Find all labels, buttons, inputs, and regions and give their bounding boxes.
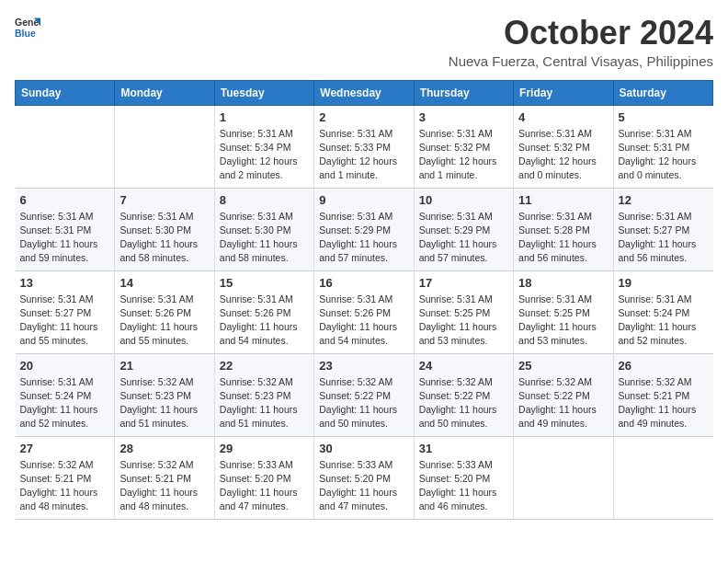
col-header-monday: Monday xyxy=(115,80,214,105)
day-cell: 1Sunrise: 5:31 AM Sunset: 5:34 PM Daylig… xyxy=(214,105,313,188)
day-info: Sunrise: 5:32 AM Sunset: 5:23 PM Dayligh… xyxy=(220,375,309,431)
day-number: 30 xyxy=(319,442,408,455)
header: General Blue October 2024 Nueva Fuerza, … xyxy=(15,15,713,69)
week-row-3: 13Sunrise: 5:31 AM Sunset: 5:27 PM Dayli… xyxy=(16,270,713,353)
day-number: 5 xyxy=(619,110,709,124)
day-cell: 11Sunrise: 5:31 AM Sunset: 5:28 PM Dayli… xyxy=(514,188,613,270)
day-number: 3 xyxy=(419,110,508,124)
week-row-1: 1Sunrise: 5:31 AM Sunset: 5:34 PM Daylig… xyxy=(16,105,713,188)
day-info: Sunrise: 5:32 AM Sunset: 5:21 PM Dayligh… xyxy=(20,458,110,514)
day-number: 17 xyxy=(419,276,508,290)
day-number: 14 xyxy=(119,276,209,290)
day-info: Sunrise: 5:31 AM Sunset: 5:31 PM Dayligh… xyxy=(619,127,709,183)
day-number: 25 xyxy=(518,359,608,373)
day-info: Sunrise: 5:31 AM Sunset: 5:30 PM Dayligh… xyxy=(119,210,209,266)
day-info: Sunrise: 5:31 AM Sunset: 5:28 PM Dayligh… xyxy=(518,210,608,266)
day-info: Sunrise: 5:32 AM Sunset: 5:22 PM Dayligh… xyxy=(419,375,508,431)
day-cell xyxy=(613,436,712,519)
day-cell: 29Sunrise: 5:33 AM Sunset: 5:20 PM Dayli… xyxy=(214,436,313,519)
calendar-subtitle: Nueva Fuerza, Central Visayas, Philippin… xyxy=(449,53,713,69)
day-number: 15 xyxy=(220,276,309,290)
day-number: 2 xyxy=(319,110,408,124)
day-cell: 19Sunrise: 5:31 AM Sunset: 5:24 PM Dayli… xyxy=(613,270,712,353)
day-cell xyxy=(514,436,613,519)
day-info: Sunrise: 5:31 AM Sunset: 5:29 PM Dayligh… xyxy=(419,210,508,266)
day-info: Sunrise: 5:31 AM Sunset: 5:24 PM Dayligh… xyxy=(619,293,709,349)
day-info: Sunrise: 5:33 AM Sunset: 5:20 PM Dayligh… xyxy=(220,458,309,514)
day-info: Sunrise: 5:31 AM Sunset: 5:26 PM Dayligh… xyxy=(319,293,408,349)
day-cell: 22Sunrise: 5:32 AM Sunset: 5:23 PM Dayli… xyxy=(214,353,313,436)
day-cell: 24Sunrise: 5:32 AM Sunset: 5:22 PM Dayli… xyxy=(414,353,513,436)
week-row-4: 20Sunrise: 5:31 AM Sunset: 5:24 PM Dayli… xyxy=(16,353,713,436)
day-info: Sunrise: 5:32 AM Sunset: 5:22 PM Dayligh… xyxy=(319,375,408,431)
day-cell: 26Sunrise: 5:32 AM Sunset: 5:21 PM Dayli… xyxy=(613,353,712,436)
week-row-5: 27Sunrise: 5:32 AM Sunset: 5:21 PM Dayli… xyxy=(16,436,713,519)
title-area: October 2024 Nueva Fuerza, Central Visay… xyxy=(449,15,713,69)
day-number: 29 xyxy=(220,442,309,455)
col-header-tuesday: Tuesday xyxy=(214,80,313,105)
day-cell: 25Sunrise: 5:32 AM Sunset: 5:22 PM Dayli… xyxy=(514,353,613,436)
day-number: 19 xyxy=(619,276,709,290)
day-cell: 10Sunrise: 5:31 AM Sunset: 5:29 PM Dayli… xyxy=(414,188,513,270)
day-number: 1 xyxy=(220,110,309,124)
day-info: Sunrise: 5:31 AM Sunset: 5:29 PM Dayligh… xyxy=(319,210,408,266)
day-cell: 31Sunrise: 5:33 AM Sunset: 5:20 PM Dayli… xyxy=(414,436,513,519)
day-cell: 18Sunrise: 5:31 AM Sunset: 5:25 PM Dayli… xyxy=(514,270,613,353)
day-number: 11 xyxy=(518,193,608,207)
day-number: 28 xyxy=(119,442,209,455)
day-cell: 8Sunrise: 5:31 AM Sunset: 5:30 PM Daylig… xyxy=(214,188,313,270)
day-cell: 6Sunrise: 5:31 AM Sunset: 5:31 PM Daylig… xyxy=(16,188,115,270)
day-cell xyxy=(115,105,214,188)
day-cell: 28Sunrise: 5:32 AM Sunset: 5:21 PM Dayli… xyxy=(115,436,214,519)
calendar-title: October 2024 xyxy=(449,15,713,52)
day-info: Sunrise: 5:32 AM Sunset: 5:22 PM Dayligh… xyxy=(518,375,608,431)
day-info: Sunrise: 5:31 AM Sunset: 5:33 PM Dayligh… xyxy=(319,127,408,183)
day-info: Sunrise: 5:31 AM Sunset: 5:26 PM Dayligh… xyxy=(220,293,309,349)
day-cell: 12Sunrise: 5:31 AM Sunset: 5:27 PM Dayli… xyxy=(613,188,712,270)
day-cell: 27Sunrise: 5:32 AM Sunset: 5:21 PM Dayli… xyxy=(16,436,115,519)
day-number: 13 xyxy=(20,276,110,290)
day-number: 6 xyxy=(20,193,110,207)
day-info: Sunrise: 5:31 AM Sunset: 5:34 PM Dayligh… xyxy=(220,127,309,183)
day-cell: 3Sunrise: 5:31 AM Sunset: 5:32 PM Daylig… xyxy=(414,105,513,188)
day-number: 10 xyxy=(419,193,508,207)
col-header-sunday: Sunday xyxy=(16,80,115,105)
day-number: 12 xyxy=(619,193,709,207)
day-info: Sunrise: 5:31 AM Sunset: 5:27 PM Dayligh… xyxy=(20,293,110,349)
day-info: Sunrise: 5:32 AM Sunset: 5:21 PM Dayligh… xyxy=(619,375,709,431)
day-info: Sunrise: 5:31 AM Sunset: 5:31 PM Dayligh… xyxy=(20,210,110,266)
header-row: SundayMondayTuesdayWednesdayThursdayFrid… xyxy=(16,80,713,105)
day-cell: 20Sunrise: 5:31 AM Sunset: 5:24 PM Dayli… xyxy=(16,353,115,436)
day-cell: 16Sunrise: 5:31 AM Sunset: 5:26 PM Dayli… xyxy=(314,270,414,353)
col-header-saturday: Saturday xyxy=(613,80,712,105)
calendar-table: SundayMondayTuesdayWednesdayThursdayFrid… xyxy=(15,80,713,520)
day-number: 8 xyxy=(220,193,309,207)
day-info: Sunrise: 5:31 AM Sunset: 5:26 PM Dayligh… xyxy=(119,293,209,349)
day-number: 9 xyxy=(319,193,408,207)
day-number: 16 xyxy=(319,276,408,290)
day-number: 23 xyxy=(319,359,408,373)
day-cell: 7Sunrise: 5:31 AM Sunset: 5:30 PM Daylig… xyxy=(115,188,214,270)
day-number: 24 xyxy=(419,359,508,373)
day-cell xyxy=(16,105,115,188)
svg-text:Blue: Blue xyxy=(15,28,36,39)
day-number: 7 xyxy=(119,193,209,207)
day-info: Sunrise: 5:31 AM Sunset: 5:25 PM Dayligh… xyxy=(518,293,608,349)
week-row-2: 6Sunrise: 5:31 AM Sunset: 5:31 PM Daylig… xyxy=(16,188,713,270)
day-number: 26 xyxy=(619,359,709,373)
day-number: 21 xyxy=(119,359,209,373)
day-info: Sunrise: 5:33 AM Sunset: 5:20 PM Dayligh… xyxy=(419,458,508,514)
day-cell: 9Sunrise: 5:31 AM Sunset: 5:29 PM Daylig… xyxy=(314,188,414,270)
day-cell: 21Sunrise: 5:32 AM Sunset: 5:23 PM Dayli… xyxy=(115,353,214,436)
day-number: 31 xyxy=(419,442,508,455)
col-header-wednesday: Wednesday xyxy=(314,80,414,105)
day-cell: 5Sunrise: 5:31 AM Sunset: 5:31 PM Daylig… xyxy=(613,105,712,188)
general-blue-logo-icon: General Blue xyxy=(15,15,40,40)
day-cell: 17Sunrise: 5:31 AM Sunset: 5:25 PM Dayli… xyxy=(414,270,513,353)
day-cell: 13Sunrise: 5:31 AM Sunset: 5:27 PM Dayli… xyxy=(16,270,115,353)
day-number: 27 xyxy=(20,442,110,455)
day-cell: 15Sunrise: 5:31 AM Sunset: 5:26 PM Dayli… xyxy=(214,270,313,353)
col-header-friday: Friday xyxy=(514,80,613,105)
day-info: Sunrise: 5:32 AM Sunset: 5:23 PM Dayligh… xyxy=(119,375,209,431)
day-info: Sunrise: 5:31 AM Sunset: 5:24 PM Dayligh… xyxy=(20,375,110,431)
